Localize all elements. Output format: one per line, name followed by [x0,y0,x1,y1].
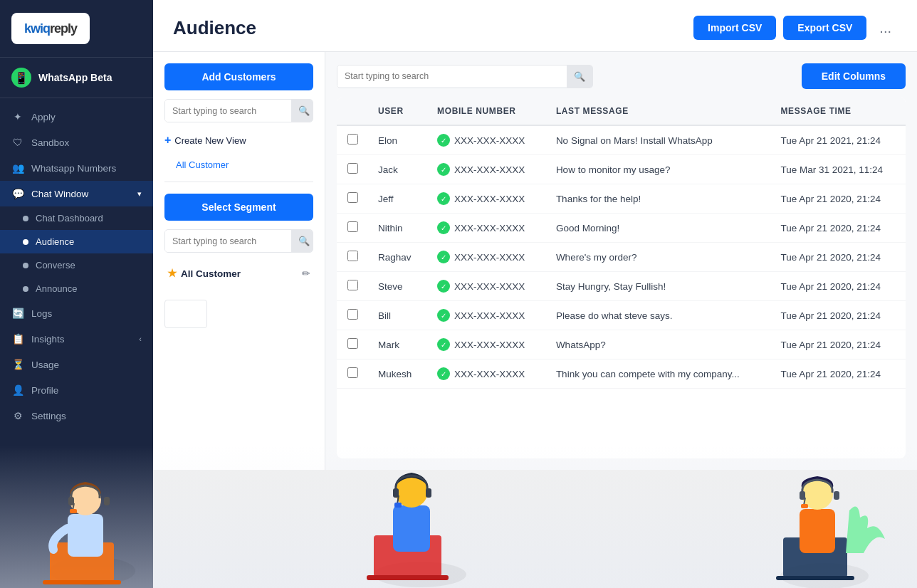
audience-table: USER MOBILE NUMBER LAST MESSAGE MESSAGE … [337,98,906,389]
all-customer-link[interactable]: All Customer [164,158,313,170]
row-message-time: Tue Apr 21 2020, 21:24 [771,272,906,301]
table-row: Mark ✓ XXX-XXX-XXXX WhatsApp? Tue Apr 21… [337,330,906,359]
edit-columns-button[interactable]: Edit Columns [802,63,906,89]
row-user: Bill [368,301,427,330]
row-checkbox-cell [337,301,368,330]
chat-window-icon: 💬 [11,188,24,199]
edit-segment-icon[interactable]: ✏ [302,268,310,279]
sidebar-item-sandbox[interactable]: 🛡 Sandbox [0,130,153,155]
whatsapp-small-icon: ✓ [437,221,450,234]
table-row: Jack ✓ XXX-XXX-XXXX How to monitor my us… [337,155,906,184]
sidebar-item-settings[interactable]: ⚙ Settings [0,403,153,429]
mobile-number: XXX-XXX-XXXX [454,223,525,233]
dot-icon [23,216,28,221]
sidebar-label-apply: Apply [31,112,56,122]
row-checkbox[interactable] [347,280,358,290]
segment-name-label: All Customer [181,268,241,279]
svg-rect-24 [834,491,839,500]
whatsapp-account[interactable]: 📱 WhatsApp Beta [0,58,153,98]
whatsapp-small-icon: ✓ [437,280,450,293]
profile-icon: 👤 [11,384,24,396]
svg-rect-20 [776,576,854,580]
segment-item: ★ All Customer ✏ [164,261,313,285]
logs-icon: 🔄 [11,308,24,319]
sidebar-label-chat-dashboard: Chat Dashboard [36,213,103,224]
segment-search-box: 🔍 [164,229,313,253]
sidebar-item-profile[interactable]: 👤 Profile [0,377,153,403]
add-customers-button[interactable]: Add Customers [164,63,313,90]
row-message-time: Tue Apr 21 2020, 21:24 [771,301,906,330]
sidebar-item-usage[interactable]: ⏳ Usage [0,352,153,377]
sidebar-item-announce[interactable]: Announce [0,277,153,300]
page-title: Audience [173,17,256,39]
table-search-button[interactable]: 🔍 [567,65,592,88]
svg-point-22 [802,478,833,510]
row-message-time: Tue Apr 21 2020, 21:24 [771,184,906,214]
row-checkbox[interactable] [347,163,358,174]
row-checkbox[interactable] [347,134,358,145]
customer-search-button[interactable]: 🔍 [291,100,313,122]
row-checkbox[interactable] [347,367,358,378]
svg-line-16 [397,495,399,504]
sidebar-item-apply[interactable]: ✦ Apply [0,104,153,130]
sidebar-item-chat-window[interactable]: 💬 Chat Window ▾ [0,181,153,206]
row-checkbox[interactable] [347,309,358,320]
sidebar-item-logs[interactable]: 🔄 Logs [0,300,153,326]
dot-icon [23,239,28,245]
sidebar-item-whatsapp-numbers[interactable]: 👥 Whatsapp Numbers [0,155,153,181]
chevron-icon: ‹ [139,335,142,343]
row-mobile: ✓ XXX-XXX-XXXX [427,214,546,243]
whatsapp-numbers-icon: 👥 [11,162,24,174]
create-new-view-label: Create New View [174,135,246,146]
whatsapp-small-icon: ✓ [437,309,450,322]
row-checkbox[interactable] [347,251,358,261]
whatsapp-small-icon: ✓ [437,163,450,176]
sidebar-label-sandbox: Sandbox [31,137,69,148]
row-user: Jeff [368,184,427,214]
row-checkbox-cell [337,184,368,214]
row-checkbox-cell [337,214,368,243]
table-row: Bill ✓ XXX-XXX-XXXX Please do what steve… [337,301,906,330]
table-search-input[interactable] [337,65,567,87]
sidebar-item-insights[interactable]: 📋 Insights ‹ [0,326,153,352]
row-checkbox[interactable] [347,338,358,349]
svg-point-18 [780,563,869,588]
whatsapp-small-icon: ✓ [437,338,450,351]
svg-rect-21 [800,509,835,553]
segment-search-button[interactable]: 🔍 [291,230,313,252]
sidebar-label-converse: Converse [36,260,75,271]
mobile-number: XXX-XXX-XXXX [454,369,525,379]
sidebar-item-audience[interactable]: Audience [0,230,153,253]
customer-search-input[interactable] [165,100,291,122]
mobile-number: XXX-XXX-XXXX [454,281,525,292]
left-panel: Add Customers 🔍 + Create New View All Cu… [153,52,325,470]
row-message-time: Tue Apr 21 2020, 21:24 [771,330,906,359]
sidebar-logo: kwiqreply [0,0,153,58]
sidebar-label-profile: Profile [31,385,58,396]
create-new-view-link[interactable]: + Create New View [164,131,313,149]
insights-icon: 📋 [11,333,24,345]
row-message-time: Tue Mar 31 2021, 11:24 [771,155,906,184]
logo: kwiqreply [11,13,90,44]
mobile-number: XXX-XXX-XXXX [454,194,525,204]
row-user: Elon [368,125,427,155]
col-last-message: LAST MESSAGE [546,98,771,125]
row-last-message: Thanks for the help! [546,184,771,214]
export-csv-button[interactable]: Export CSV [783,16,866,40]
row-message-time: Tue Apr 21 2020, 21:24 [771,214,906,243]
sidebar-item-chat-dashboard[interactable]: Chat Dashboard [0,206,153,230]
header-buttons: Import CSV Export CSV ... [693,16,897,40]
main-content: Audience Import CSV Export CSV ... Add C… [153,0,917,470]
sidebar: kwiqreply 📱 WhatsApp Beta ✦ Apply 🛡 Sand… [0,0,153,588]
import-csv-button[interactable]: Import CSV [693,16,776,40]
sidebar-item-converse[interactable]: Converse [0,253,153,277]
table-header-row: USER MOBILE NUMBER LAST MESSAGE MESSAGE … [337,98,906,125]
select-segment-button[interactable]: Select Segment [164,194,313,221]
svg-rect-19 [783,537,847,577]
settings-icon: ⚙ [11,410,24,421]
more-options-button[interactable]: ... [874,17,897,39]
row-checkbox[interactable] [347,221,358,232]
row-message-time: Tue Apr 21 2020, 21:24 [771,243,906,272]
segment-search-input[interactable] [165,231,291,252]
row-checkbox[interactable] [347,192,358,203]
